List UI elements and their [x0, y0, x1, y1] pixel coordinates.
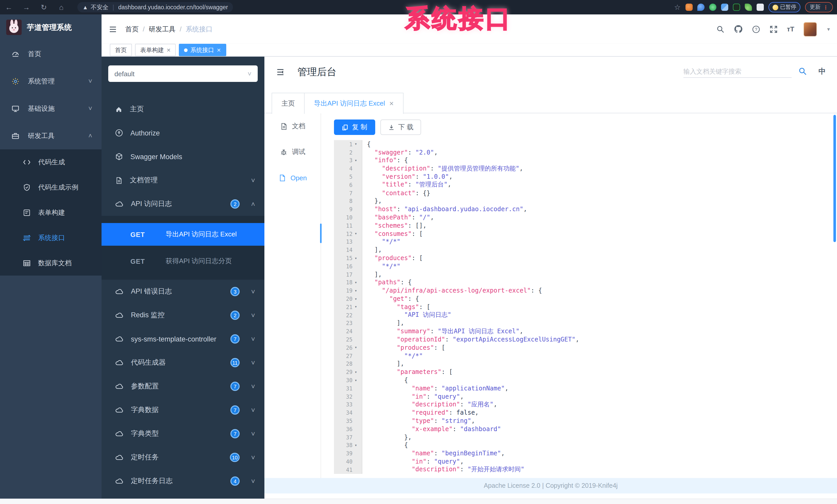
search-icon[interactable] [798, 67, 807, 76]
chevron-down-icon[interactable]: ▼ [826, 26, 831, 32]
fold-caret-icon[interactable]: ▾ [355, 343, 362, 352]
extension-icon[interactable] [733, 4, 740, 11]
code-line: 31 "name": "applicationName", [334, 384, 832, 392]
emoji-icon [772, 4, 778, 10]
collapse-menu-icon[interactable] [276, 68, 285, 77]
sidebar-subitem-代码生成[interactable]: 代码生成 [0, 149, 102, 174]
line-number: 34 [334, 409, 355, 417]
fold-caret-icon[interactable]: ▾ [355, 368, 362, 376]
copy-button[interactable]: 复 制 [334, 119, 375, 135]
breadcrumb-home[interactable]: 首页 [125, 24, 139, 34]
swagger-group-参数配置[interactable]: 参数配置7˅ [102, 374, 264, 398]
sidebar-subitem-表单构建[interactable]: 表单构建 [0, 200, 102, 225]
endpoint-导出API 访问日志 Excel[interactable]: GET导出API 访问日志 Excel [102, 223, 264, 246]
browser-update-button[interactable]: 更新 ⋮ [805, 2, 833, 12]
avatar[interactable] [803, 22, 817, 36]
doc-tab-主页[interactable]: 主页 [272, 93, 305, 114]
sidebar-item-基础设施[interactable]: 基础设施˅ [0, 95, 102, 122]
swagger-group-代码生成器[interactable]: 代码生成器11˅ [102, 351, 264, 374]
browser-home-icon[interactable]: ⌂ [53, 3, 70, 11]
fold-caret-icon[interactable]: ▾ [355, 295, 362, 303]
browser-menu-icon[interactable]: ⋮ [823, 4, 828, 10]
dashboard-icon [11, 50, 20, 58]
cloud-icon [115, 358, 124, 367]
browser-reload-icon[interactable]: ↻ [35, 3, 53, 11]
endpoint-label: 获得API 访问日志分页 [165, 257, 232, 266]
code-text: "type": "string", [362, 417, 475, 425]
view-tag-首页[interactable]: 首页 [110, 44, 132, 56]
code-editor[interactable]: 1▾{2 "swagger": "2.0",3▾ "info": {4 "des… [334, 140, 832, 474]
code-text: "/api/infra/api-access-log/export-excel"… [362, 287, 542, 294]
security-label[interactable]: 不安全 [91, 3, 108, 11]
code-line: 30▾ { [334, 376, 832, 384]
search-icon[interactable] [716, 25, 725, 33]
swagger-nav-Authorize[interactable]: Authorize [102, 121, 264, 145]
extension-icon[interactable] [745, 4, 752, 11]
url-text[interactable]: dashboard.yudao.iocoder.cn/tool/swagger [118, 4, 228, 10]
download-button[interactable]: 下 载 [380, 119, 421, 135]
language-icon[interactable]: 中 [818, 67, 826, 76]
doc-tab-导出API 访问日志 Excel[interactable]: 导出API 访问日志 Excel✕ [305, 93, 404, 114]
browser-back-icon[interactable]: ← [0, 3, 18, 11]
browser-forward-icon[interactable]: → [18, 3, 35, 11]
swagger-nav-Swagger Models[interactable]: Swagger Models [102, 145, 264, 168]
sidebar-item-系统管理[interactable]: 系统管理˅ [0, 68, 102, 95]
view-tag-系统接口[interactable]: 系统接口✕ [179, 44, 226, 56]
sidebar-item-研发工具[interactable]: 研发工具˄ [0, 122, 102, 149]
code-text: ], [362, 360, 404, 368]
swagger-group-字典数据[interactable]: 字典数据7˅ [102, 398, 264, 422]
fold-caret-icon[interactable]: ▾ [355, 254, 362, 262]
swagger-group-字典类型[interactable]: 字典类型7˅ [102, 422, 264, 446]
swagger-group-sys-sms-template-controller[interactable]: sys-sms-template-controller7˅ [102, 327, 264, 351]
fold-caret-icon[interactable]: ▾ [355, 230, 362, 238]
swagger-group-API 错误日志[interactable]: API 错误日志3˅ [102, 280, 264, 303]
close-icon[interactable]: ✕ [217, 47, 221, 53]
paused-extension-badge[interactable]: 已暂停 [768, 2, 800, 12]
swagger-group-定时任务[interactable]: 定时任务10˅ [102, 446, 264, 469]
swagger-nav-主页[interactable]: 主页 [102, 97, 264, 121]
swagger-nav-文档管理[interactable]: 文档管理˅ [102, 168, 264, 192]
doc-menu-调试[interactable]: 调试 [264, 139, 321, 165]
swagger-group-定时任务日志[interactable]: 定时任务日志4˅ [102, 469, 264, 493]
bookmark-star-icon[interactable]: ☆ [674, 3, 681, 11]
extension-icon[interactable] [709, 4, 716, 11]
fold-caret-icon[interactable]: ▾ [355, 156, 362, 165]
swagger-group-Redis 监控[interactable]: Redis 监控2˅ [102, 303, 264, 327]
doc-search-input[interactable] [683, 66, 791, 78]
endpoint-获得API 访问日志分页[interactable]: GET获得API 访问日志分页 [102, 250, 264, 273]
code-line: 33 "description": "应用名", [334, 400, 832, 409]
extension-icon[interactable] [756, 4, 764, 11]
breadcrumb-tools[interactable]: 研发工具 [149, 24, 176, 34]
doc-menu-文档[interactable]: 文档 [264, 113, 321, 139]
fold-caret-icon[interactable]: ▾ [355, 376, 362, 384]
fold-caret-icon[interactable]: ▾ [355, 278, 362, 287]
close-icon[interactable]: ✕ [166, 47, 171, 53]
fullscreen-icon[interactable] [769, 25, 778, 33]
fold-caret-icon[interactable]: ▾ [355, 287, 362, 295]
extension-icon[interactable] [697, 4, 704, 11]
view-tag-表单构建[interactable]: 表单构建✕ [135, 44, 176, 56]
swagger-nav-API 访问日志[interactable]: API 访问日志2˄ [102, 192, 264, 216]
sidebar-subitem-数据库文档[interactable]: 数据库文档 [0, 250, 102, 276]
chevron-down-icon: ˅ [251, 176, 255, 184]
sidebar-subitem-label: 代码生成示例 [38, 183, 78, 192]
app-logo[interactable]: 芋道管理系统 [0, 14, 102, 40]
close-icon[interactable]: ✕ [389, 100, 394, 107]
fold-caret-icon[interactable]: ▾ [355, 441, 362, 449]
code-line: 37 }, [334, 433, 832, 441]
sidebar-item-首页[interactable]: 首页 [0, 40, 102, 68]
github-icon[interactable] [734, 25, 743, 34]
font-size-icon[interactable]: тT [787, 25, 795, 33]
doc-menu-Open[interactable]: Open [264, 165, 321, 191]
address-bar[interactable]: ▲ 不安全 | dashboard.yudao.iocoder.cn/tool/… [77, 2, 233, 12]
group-select[interactable]: default ˅ [108, 66, 258, 82]
fold-caret-icon[interactable]: ▾ [355, 140, 362, 148]
extension-icon[interactable] [685, 4, 692, 11]
hamburger-icon[interactable] [109, 25, 117, 33]
sidebar-subitem-系统接口[interactable]: 系统接口 [0, 225, 102, 250]
page-scrollbar-thumb[interactable] [833, 115, 836, 242]
help-icon[interactable]: ? [752, 25, 760, 33]
fold-caret-icon[interactable]: ▾ [355, 303, 362, 311]
extension-icon[interactable] [721, 4, 728, 11]
sidebar-subitem-代码生成示例[interactable]: 代码生成示例 [0, 174, 102, 200]
